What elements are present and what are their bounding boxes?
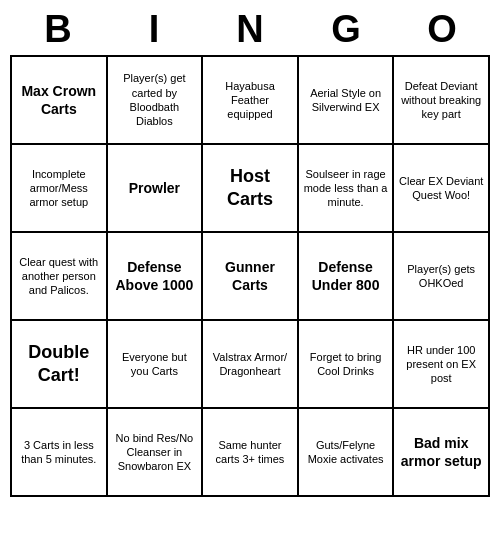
bingo-cell-r2-c2: Gunner Carts: [203, 233, 299, 321]
bingo-cell-r1-c2: Host Carts: [203, 145, 299, 233]
bingo-cell-r1-c1: Prowler: [108, 145, 204, 233]
bingo-cell-r4-c1: No bind Res/No Cleanser in Snowbaron EX: [108, 409, 204, 497]
bingo-grid: Max Crown CartsPlayer(s) get carted by B…: [10, 55, 490, 497]
bingo-cell-r0-c0: Max Crown Carts: [12, 57, 108, 145]
bingo-cell-r1-c0: Incomplete armor/Mess armor setup: [12, 145, 108, 233]
bingo-cell-r0-c1: Player(s) get carted by Bloodbath Diablo…: [108, 57, 204, 145]
bingo-cell-r4-c2: Same hunter carts 3+ times: [203, 409, 299, 497]
header-letter-o: O: [402, 8, 482, 51]
bingo-cell-r0-c4: Defeat Deviant without breaking key part: [394, 57, 490, 145]
bingo-cell-r4-c4: Bad mix armor setup: [394, 409, 490, 497]
header-letter-b: B: [18, 8, 98, 51]
bingo-cell-r2-c3: Defense Under 800: [299, 233, 395, 321]
bingo-cell-r3-c1: Everyone but you Carts: [108, 321, 204, 409]
bingo-header: BINGO: [10, 0, 490, 55]
bingo-cell-r0-c2: Hayabusa Feather equipped: [203, 57, 299, 145]
bingo-cell-r1-c4: Clear EX Deviant Quest Woo!: [394, 145, 490, 233]
bingo-cell-r4-c0: 3 Carts in less than 5 minutes.: [12, 409, 108, 497]
header-letter-g: G: [306, 8, 386, 51]
bingo-cell-r3-c2: Valstrax Armor/ Dragonheart: [203, 321, 299, 409]
bingo-cell-r4-c3: Guts/Felyne Moxie activates: [299, 409, 395, 497]
bingo-cell-r3-c4: HR under 100 present on EX post: [394, 321, 490, 409]
header-letter-i: I: [114, 8, 194, 51]
bingo-cell-r3-c0: Double Cart!: [12, 321, 108, 409]
bingo-cell-r2-c1: Defense Above 1000: [108, 233, 204, 321]
bingo-cell-r2-c0: Clear quest with another person and Pali…: [12, 233, 108, 321]
bingo-cell-r0-c3: Aerial Style on Silverwind EX: [299, 57, 395, 145]
bingo-cell-r2-c4: Player(s) gets OHKOed: [394, 233, 490, 321]
bingo-cell-r3-c3: Forget to bring Cool Drinks: [299, 321, 395, 409]
header-letter-n: N: [210, 8, 290, 51]
bingo-cell-r1-c3: Soulseer in rage mode less than a minute…: [299, 145, 395, 233]
